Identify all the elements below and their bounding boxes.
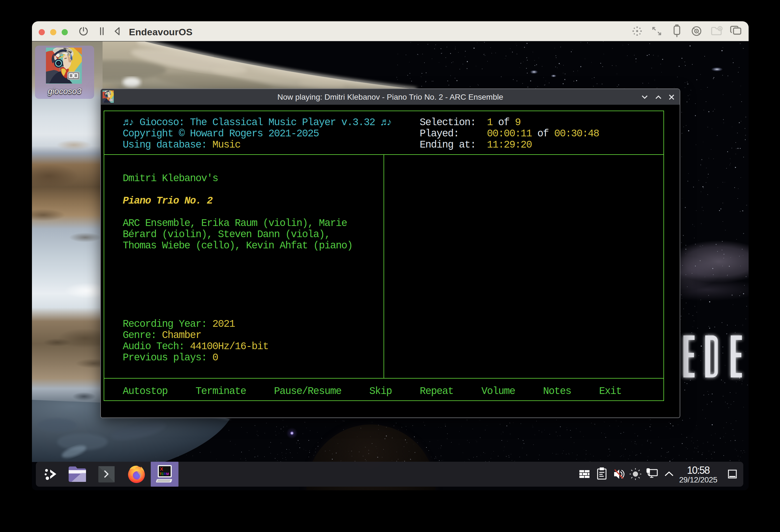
svg-text:X: X xyxy=(160,467,163,472)
svg-text:TERM: TERM xyxy=(159,472,169,476)
